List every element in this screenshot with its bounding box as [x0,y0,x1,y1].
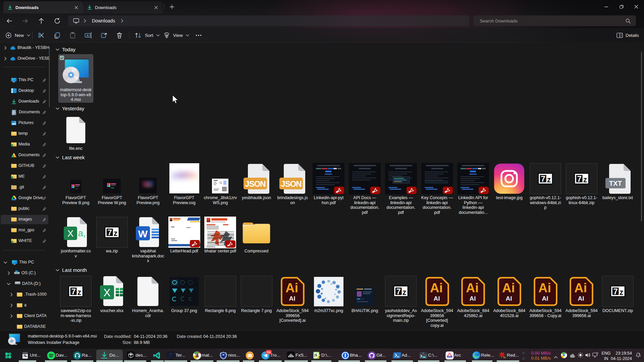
svg-text:N: N [23,354,26,358]
svg-text:z: z [639,353,640,355]
svg-text:A: A [87,34,89,37]
svg-text:Beta: Beta [196,356,198,357]
svg-text:71: 71 [503,356,506,359]
